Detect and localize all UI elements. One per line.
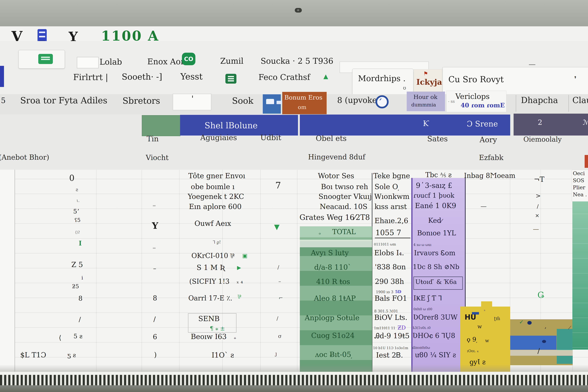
cell-text: ∕ [79, 316, 81, 323]
selected-green-cell[interactable] [142, 115, 180, 136]
cell-text: ∕ [276, 316, 278, 321]
gridline [142, 170, 142, 372]
cell-text: Bals FO1 [374, 295, 407, 302]
cell-text: ¬T [534, 176, 544, 183]
cell-text: Yoegenek t 2KC [188, 193, 244, 200]
cell-text: w [485, 338, 489, 343]
cell-text: ⟋ [568, 326, 571, 330]
cell-text: 8 [153, 295, 157, 302]
cell-text: ∕ [154, 316, 156, 322]
hour-line1: Hour ok [414, 94, 438, 100]
cell-text: – [278, 279, 281, 284]
cell-text: 1Ʋc 8 Sh ⊘Nb [413, 264, 460, 270]
cell-text: ɾυucf 1 ϸυok [414, 192, 454, 199]
colhead-udbit[interactable]: Udbit [260, 133, 281, 142]
table-style-icon[interactable] [226, 74, 236, 84]
hour-panel[interactable]: Hour ok dummmia [407, 92, 445, 111]
ribbon-sooeth-label[interactable]: Sooeth· -] [122, 73, 162, 81]
cell-text: ƻ5 [72, 284, 79, 289]
cell-text: i [82, 275, 83, 280]
bar-glyph: Ƙ [423, 119, 428, 128]
cell-text: Avyı S luty [311, 249, 349, 256]
ribbon-soucka-label[interactable]: Soucka · 2 5 T936 [260, 57, 333, 65]
cell-text: ϙ 9 ̦ [467, 336, 478, 342]
cell-text: Z 5 [71, 261, 83, 268]
ribbon-input-box[interactable] [77, 57, 98, 68]
ribbon-firlrtrt-label[interactable]: Firlrtrt | [73, 73, 108, 82]
co-badge-icon[interactable]: CO [182, 53, 196, 65]
dhapcha-label[interactable]: Dhapcha [521, 96, 558, 104]
toolbar-sook-label[interactable]: Sook [232, 96, 254, 105]
cell-text: Y [152, 221, 158, 230]
om-label: om [298, 104, 306, 110]
cell-text: ¶ ⁎ ± [210, 326, 225, 331]
cell-text: 5 ƨ [74, 333, 82, 339]
colhead-tin[interactable]: Tin [147, 134, 159, 143]
toolbar-sbretors-label[interactable]: Sbretors [122, 96, 160, 105]
cell-text: ⨯ [535, 213, 540, 218]
gridline [179, 170, 180, 372]
cell-text: 10 b1U 11Ɔ 1o3o1m [373, 346, 408, 350]
ribbon-feco-label[interactable]: Feco Crathsf [258, 73, 310, 81]
table-title-bar-right[interactable]: 2 ℳ [514, 114, 588, 136]
cell-text: I1O` ƨ [212, 352, 234, 358]
ribbon-dash[interactable]: — [528, 61, 536, 68]
cell-text: 5D [395, 290, 401, 294]
colhead-ezfabk[interactable]: Ezfabk [479, 154, 504, 162]
cell-text: ‚ [544, 323, 546, 329]
vericlops-panel[interactable]: - ss Vericlops 40 ɾom ɾomE [446, 91, 506, 112]
right-green-column[interactable] [572, 199, 588, 350]
dot-mark [527, 321, 532, 324]
cell-text: ȷ [275, 351, 277, 356]
toolbar-sroa-label[interactable]: Sroa tor Fyta Adiles [20, 96, 107, 105]
claud-label[interactable]: Claud [572, 96, 588, 104]
rom-label: 40 ɾom ɾomE [460, 102, 505, 108]
cell-text: Grates Weg 16⁄2T8 [300, 214, 370, 221]
paste-tool-icon[interactable] [263, 94, 281, 114]
colhead-aory[interactable]: Aory [480, 135, 497, 144]
bar-m-cut: ℳ [583, 118, 588, 126]
cell-text: σ [278, 334, 282, 339]
cell-text: OKrCI-010 ⅌ [192, 252, 234, 259]
clock-icon[interactable] [376, 95, 389, 108]
colhead-viocht[interactable]: Viocht [146, 154, 168, 162]
mordrhips-dropdown-glyph: ʊ [403, 86, 406, 90]
side-note-panel: Oeci SOS Plier Nea . [572, 170, 588, 202]
cell-text: Iest 2Ᏼ. [376, 352, 403, 358]
colhead-anebot[interactable]: (Anebot Bhor) [0, 153, 49, 162]
ribbon-lolab-label[interactable]: Lolab [100, 58, 122, 66]
sidebar-sliver-icon[interactable] [0, 66, 4, 87]
cell-text: ‗ [153, 200, 156, 206]
toolbar-five-glyph[interactable]: 5 [1, 97, 6, 104]
ribbon-yesst-label[interactable]: Yesst [180, 72, 202, 81]
cell-text: ʈm̆ [494, 316, 500, 321]
table-title-bar-mid[interactable]: Ƙ Ɔ Srene [300, 114, 510, 136]
ribbon-zumil-label[interactable]: Zumil [220, 57, 244, 65]
cell-text: Neacaıd. 10S [320, 203, 368, 210]
cell-text: Eın aplore 600 [189, 203, 242, 210]
cell-text: BiOV Lʦ. [374, 314, 407, 321]
pen-icon: ❜ [574, 75, 576, 82]
colhead-oiemoolaly[interactable]: Oiemoolaly [524, 135, 562, 143]
cell-text: Irvaυrs Ꮛom [414, 250, 456, 256]
workbook-file-icon [38, 54, 53, 64]
colhead-sates[interactable]: Sates [427, 134, 448, 143]
cell-text: Beoıw I63 [191, 333, 227, 340]
bonum-eros-button[interactable]: Bonum Eros om [282, 92, 326, 114]
cell-text: Inbag 8Ϻoeam [464, 172, 516, 179]
cell-text: ▶ [237, 265, 241, 270]
side-line: Plier [573, 185, 585, 190]
screen-bottom-shade [0, 364, 588, 372]
upvokes-label[interactable]: 8 (upvokes [337, 96, 381, 104]
mordrhips-button[interactable]: Mordrhips . ʊ [352, 68, 414, 97]
colhead-hingevend[interactable]: Hingevend 8duf [308, 153, 365, 161]
colhead-agugiaies[interactable]: Agugiaies [200, 133, 237, 142]
cell-text: Ǥ [538, 291, 544, 299]
cell-text: 4 ıω ω ωuı [414, 243, 431, 246]
document-title: 1100 A [101, 29, 159, 42]
cell-text: 0ı0ı0 ω ı00 [414, 308, 432, 311]
table-title-bar-left[interactable]: Shel lBolune [180, 115, 298, 136]
cell-text: IҜE ʃ Ƭ ⅂ [414, 295, 442, 302]
sort-triangle-icon[interactable]: ▲ [324, 73, 328, 79]
colhead-obel[interactable]: Obel ets [316, 134, 346, 142]
